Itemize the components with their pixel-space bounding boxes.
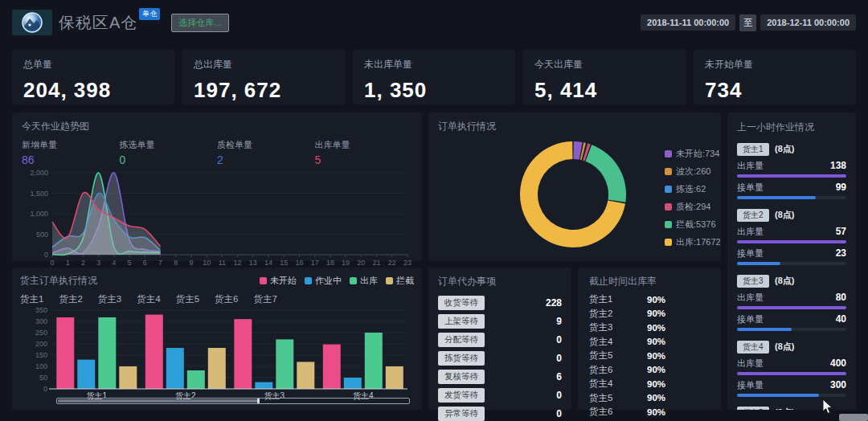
bar-legend-item[interactable]: 作业中 <box>305 275 342 287</box>
bar-legend-item[interactable]: 出库 <box>350 275 378 287</box>
hour-label: (8点) <box>775 210 794 219</box>
todo-chip[interactable]: 上架等待 <box>438 314 485 329</box>
todo-chip[interactable]: 收货等待 <box>438 296 485 310</box>
svg-text:23: 23 <box>403 259 411 267</box>
header: 保税区A仓 单仓 选择仓库... 2018-11-11 00:00:00 至 2… <box>12 6 856 39</box>
owner-hour-group: 货主2 (8点) 出库量 57 接单量 23 <box>737 206 846 265</box>
owner-orders-head: 货主订单执行情况 未开始 作业中 出库 拦截 <box>20 274 414 288</box>
todo-chip[interactable]: 拣货等待 <box>438 351 485 366</box>
outbound-bar-track <box>737 240 846 243</box>
outbound-metric-row: 出库量 80 <box>737 292 846 304</box>
outbound-bar <box>737 372 846 375</box>
legend-label: 拦截:5376 <box>676 219 716 231</box>
owner-hour-head: 货主5 (8点) <box>737 404 846 410</box>
svg-text:14: 14 <box>264 259 272 267</box>
outbound-label: 出库量 <box>737 292 764 304</box>
svg-text:15: 15 <box>280 259 288 267</box>
outbound-bar-track <box>737 306 846 309</box>
owner-orders-title: 货主订单执行情况 <box>20 274 97 288</box>
donut-legend-item[interactable]: 波次:260 <box>665 166 721 178</box>
deadline-owner: 货主6 <box>589 364 647 376</box>
donut-legend: 未开始:734 波次:260 拣选:62 质检:294 拦截:5376 出库:1… <box>665 148 721 248</box>
donut-legend-item[interactable]: 出库:17672 <box>665 236 721 248</box>
owner-tag: 货主1 <box>737 143 769 156</box>
svg-text:150: 150 <box>35 351 47 359</box>
date-from-input[interactable]: 2018-11-11 00:00:00 <box>641 14 735 31</box>
todo-row: 拣货等待 0 <box>438 349 562 367</box>
todo-chip[interactable]: 复核等待 <box>438 370 485 384</box>
today-trend-panel: 今天作业趋势图 新增单量 86 拣选单量 0 质检单量 2 出库单量 5 050… <box>12 112 422 261</box>
donut-legend-item[interactable]: 拦截:5376 <box>665 219 721 231</box>
owner-tab[interactable]: 货主6 <box>215 293 238 305</box>
outbound-value: 400 <box>830 358 846 369</box>
outbound-bar <box>737 240 846 243</box>
todo-chip[interactable]: 异常等待 <box>438 407 485 421</box>
outbound-bar-track <box>737 372 846 375</box>
todo-chip[interactable]: 发货等待 <box>438 388 485 403</box>
kpi-card: 未出库单量 1, 350 <box>353 50 515 104</box>
deadline-rate: 90% <box>647 295 665 305</box>
deadline-rate-row: 货主1 90% <box>589 292 710 307</box>
deadline-rate: 90% <box>647 309 665 318</box>
deadline-rate-row: 货主6 90% <box>589 405 710 419</box>
svg-text:4: 4 <box>112 259 116 267</box>
donut-legend-item[interactable]: 未开始:734 <box>665 148 721 160</box>
todo-row: 上架等待 9 <box>438 312 562 330</box>
deadline-owner: 货主4 <box>589 336 647 348</box>
owner-tag: 货主4 <box>737 341 769 354</box>
deadline-rate: 90% <box>647 379 665 389</box>
bar-legend-item[interactable]: 拦截 <box>386 275 414 287</box>
legend-swatch <box>665 150 672 157</box>
svg-text:10: 10 <box>203 259 211 267</box>
order-execution-panel: 订单执行情况 未开始:734 波次:260 拣选:62 质检:294 拦截:53… <box>428 112 721 261</box>
donut-legend-item[interactable]: 拣选:62 <box>665 183 721 195</box>
todo-chip[interactable]: 分配等待 <box>438 333 485 347</box>
donut-legend-item[interactable]: 质检:294 <box>665 201 721 213</box>
svg-text:11: 11 <box>219 259 226 267</box>
svg-text:20: 20 <box>357 259 365 267</box>
owner-tab[interactable]: 货主5 <box>176 293 199 305</box>
outbound-label: 出库量 <box>737 226 764 238</box>
owner-tab[interactable]: 货主1 <box>20 293 43 305</box>
kpi-value: 197, 672 <box>194 78 334 103</box>
owner-hour-head: 货主3 (8点) <box>737 272 846 288</box>
kpi-card: 总单量 204, 398 <box>12 50 174 104</box>
todo-count: 0 <box>556 408 562 419</box>
owner-tab[interactable]: 货主7 <box>253 293 276 305</box>
outbound-bar <box>737 306 846 309</box>
legend-swatch <box>665 239 672 246</box>
trend-stat-label: 拣选单量 <box>120 139 218 151</box>
deadline-rate: 90% <box>647 365 665 374</box>
svg-text:500: 500 <box>36 231 48 239</box>
page-scrollbar-thumb[interactable] <box>839 414 868 421</box>
deadline-owner: 货主1 <box>589 293 647 305</box>
deadline-rate: 90% <box>647 323 665 333</box>
received-label: 接单量 <box>737 379 764 391</box>
datazoom-scrollbar[interactable] <box>56 398 410 404</box>
svg-text:9: 9 <box>189 259 193 267</box>
hour-label: (8点) <box>775 276 794 285</box>
datazoom-grip[interactable] <box>257 399 260 403</box>
owner-tab[interactable]: 货主3 <box>98 293 121 305</box>
svg-text:22: 22 <box>388 259 396 267</box>
owner-hour-group: 货主5 (8点) 出库量 57 接单量 45 <box>737 404 846 410</box>
trend-stat-label: 出库单量 <box>315 139 413 151</box>
select-warehouse-button[interactable]: 选择仓库... <box>171 14 228 32</box>
order-todo-panel: 订单代办事项 收货等待 228 上架等待 9 分配等待 0 拣货等待 0 复核等… <box>428 268 571 410</box>
last-hour-panel[interactable]: 上一小时作业情况 货主1 (8点) 出库量 138 接单量 99 货主2 (8点… <box>727 112 856 410</box>
outbound-value: 57 <box>836 226 846 237</box>
trend-stat-label: 质检单量 <box>217 139 315 151</box>
date-to-input[interactable]: 2018-12-11 00:00:00 <box>760 14 856 31</box>
kpi-label: 今天出库量 <box>534 58 674 72</box>
svg-text:2: 2 <box>81 259 85 267</box>
owner-tab[interactable]: 货主2 <box>59 293 82 305</box>
owner-hour-head: 货主2 (8点) <box>737 206 846 222</box>
datazoom-handle[interactable] <box>58 399 259 403</box>
legend-swatch <box>665 221 672 228</box>
svg-text:1,000: 1,000 <box>30 210 48 218</box>
outbound-value: 80 <box>836 292 846 303</box>
bar-legend-item[interactable]: 未开始 <box>260 275 297 287</box>
todo-row: 发货等待 0 <box>438 386 562 404</box>
owner-tab[interactable]: 货主4 <box>137 293 160 305</box>
bar-chart-legend: 未开始 作业中 出库 拦截 <box>260 275 414 287</box>
